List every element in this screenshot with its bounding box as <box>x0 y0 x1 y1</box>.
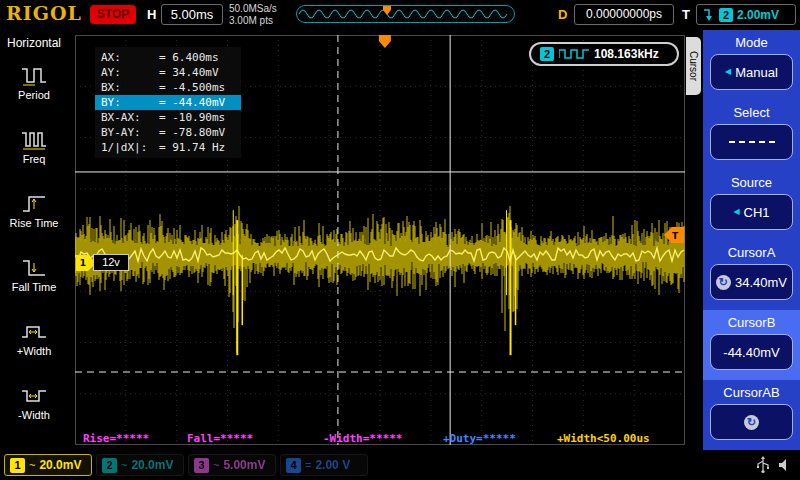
channel3-chip[interactable]: 3 ~ 5.00mV <box>188 454 276 476</box>
sidebar-item-plus-width[interactable]: +Width <box>0 306 68 370</box>
cursor-row-bxax: BX-AX:= -10.90ms <box>95 110 241 125</box>
sidebar-item-minus-width[interactable]: -Width <box>0 370 68 434</box>
rigol-logo: RIGOL <box>6 2 82 24</box>
trigger-source-badge: 2 <box>719 8 733 22</box>
cursor-row-by: BY:= -44.40mV <box>95 95 241 110</box>
delay-value[interactable]: 0.00000000ps <box>574 4 674 25</box>
counter-value: 108.163kHz <box>594 47 659 61</box>
soft-menu: Mode ◀ Manual Select Source ◀ CH1 Cursor… <box>703 30 800 450</box>
period-icon <box>20 64 48 88</box>
trigger-slope-icon <box>703 7 715 22</box>
menu-tab-cursor[interactable]: Cursor <box>686 37 701 95</box>
menu-title: CursorAB <box>703 383 800 403</box>
sidebar-item-label: Rise Time <box>10 218 59 229</box>
run-state-badge[interactable]: STOP <box>90 5 136 24</box>
measurement-plus-duty: +Duty=***** <box>443 432 516 445</box>
trigger-level-value: 2.00mV <box>737 8 779 22</box>
rotate-knob-icon: ↻ <box>716 275 731 290</box>
menu-title: Source <box>703 173 800 193</box>
menu-section-mode: Mode ◀ Manual <box>703 30 800 100</box>
horizontal-position-indicator[interactable] <box>296 5 515 23</box>
channel-number-badge: 4 <box>286 458 301 473</box>
menu-section-select: Select <box>703 100 800 170</box>
menu-title: CursorA <box>703 243 800 263</box>
cursor-b-button[interactable]: -44.40mV <box>710 334 793 370</box>
cursor-row-ay: AY:= 34.40mV <box>95 65 241 80</box>
acquisition-info: 50.0MSa/s 3.00M pts <box>229 3 277 27</box>
menu-title: CursorB <box>703 313 800 333</box>
sidebar-item-label: Period <box>18 90 50 101</box>
measurement-minus-width: -Width=***** <box>323 432 402 445</box>
freq-icon <box>20 128 48 152</box>
menu-title: Select <box>703 103 800 123</box>
sidebar-item-label: Freq <box>23 154 46 165</box>
sound-icon <box>778 458 790 472</box>
coupling-symbol: ~ <box>213 459 219 471</box>
svg-text:T: T <box>672 231 679 241</box>
memory-depth: 3.00M pts <box>229 15 277 27</box>
measurement-plus-width: +Width<50.00us <box>557 432 650 445</box>
rotate-knob-icon: ↻ <box>744 415 759 430</box>
trigger-status[interactable]: 2 2.00mV <box>696 4 796 25</box>
sample-rate: 50.0MSa/s <box>229 3 277 15</box>
fall-time-icon <box>20 256 48 280</box>
cursor-a-button[interactable]: ↻ 34.40mV <box>710 264 793 300</box>
usb-icon <box>756 456 770 474</box>
coupling-symbol: = <box>305 459 311 471</box>
frequency-counter: 2 108.163kHz <box>529 42 679 66</box>
select-button[interactable] <box>710 124 793 160</box>
sidebar-item-period[interactable]: Period <box>0 50 68 114</box>
waveform-label[interactable]: 12v <box>93 254 129 271</box>
horizontal-label: H <box>147 7 156 22</box>
counter-channel-badge: 2 <box>540 47 554 61</box>
cursor-ab-button[interactable]: ↻ <box>710 404 793 440</box>
measurement-rise: Rise=***** <box>83 432 149 445</box>
sidebar-item-rise-time[interactable]: Rise Time <box>0 178 68 242</box>
minus-width-icon <box>20 384 48 408</box>
channel2-chip[interactable]: 2 ~ 20.0mV <box>96 454 184 476</box>
arrow-left-icon: ◀ <box>725 68 731 76</box>
channel4-chip[interactable]: 4 = 2.00 V <box>280 454 368 476</box>
plus-width-icon <box>20 320 48 344</box>
arrow-left-icon: ◀ <box>733 208 739 216</box>
source-button[interactable]: ◀ CH1 <box>710 194 793 230</box>
timebase-wave-icon <box>297 6 514 22</box>
delay-label: D <box>558 7 567 22</box>
vertical-scale: 5.00mV <box>223 458 265 472</box>
cursor-measurements-panel: AX:= 6.400ms AY:= 34.40mV BX:= -4.500ms … <box>95 47 241 158</box>
channel-status-bar: 1 ~ 20.0mV 2 ~ 20.0mV 3 ~ 5.00mV 4 = 2.0… <box>0 450 800 480</box>
cursor-row-bx: BX:= -4.500ms <box>95 80 241 95</box>
cursor-row-byay: BY-AY:= -78.80mV <box>95 125 241 140</box>
sidebar-item-freq[interactable]: Freq <box>0 114 68 178</box>
sidebar-item-label: -Width <box>18 410 50 421</box>
menu-title: Mode <box>703 33 800 53</box>
sidebar-title: Horizontal <box>0 36 68 50</box>
vertical-scale: 2.00 V <box>315 458 350 472</box>
sidebar-item-label: Fall Time <box>12 282 57 293</box>
measurement-fall: Fall=***** <box>187 432 253 445</box>
mode-button[interactable]: ◀ Manual <box>710 54 793 90</box>
vertical-scale: 20.0mV <box>131 458 173 472</box>
coupling-symbol: ~ <box>121 459 127 471</box>
svg-text:1: 1 <box>80 258 86 268</box>
rise-time-icon <box>20 192 48 216</box>
oscilloscope-ui: RIGOL STOP H 5.00ms 50.0MSa/s 3.00M pts … <box>0 0 800 480</box>
menu-section-cursor-a: CursorA ↻ 34.40mV <box>703 240 800 310</box>
menu-section-cursor-ab: CursorAB ↻ <box>703 380 800 450</box>
scope-display: T1 AX:= 6.400ms AY:= 34.40mV BX:= -4.500… <box>75 35 685 445</box>
trigger-label: T <box>682 7 690 22</box>
menu-section-cursor-b: CursorB -44.40mV <box>703 310 800 380</box>
channel-number-badge: 3 <box>194 458 209 473</box>
cursor-row-inv-dx: 1/|dX|:= 91.74 Hz <box>95 140 241 155</box>
coupling-symbol: ~ <box>29 459 35 471</box>
channel1-chip[interactable]: 1 ~ 20.0mV <box>4 454 92 476</box>
timebase-value[interactable]: 5.00ms <box>161 4 223 25</box>
status-icons <box>756 456 790 474</box>
sidebar-item-label: +Width <box>17 346 52 357</box>
sidebar-item-fall-time[interactable]: Fall Time <box>0 242 68 306</box>
menu-section-source: Source ◀ CH1 <box>703 170 800 240</box>
left-function-sidebar: Horizontal Period Freq Rise Time <box>0 30 68 450</box>
measurement-row: Rise=***** Fall=***** -Width=***** +Duty… <box>75 432 685 445</box>
channel-number-badge: 1 <box>10 458 25 473</box>
square-wave-icon <box>559 48 589 60</box>
